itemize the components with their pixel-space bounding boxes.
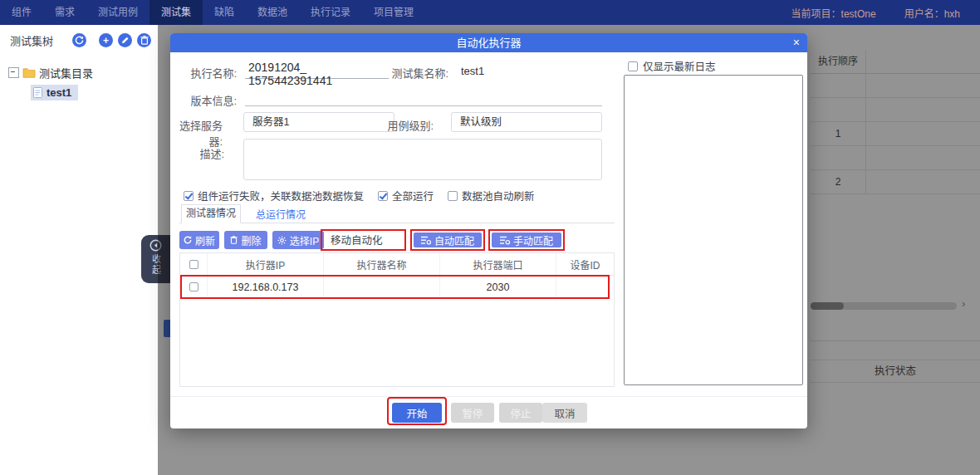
cancel-button[interactable]: 取消 [542, 403, 587, 423]
executor-row[interactable]: 192.168.0.173 2030 [180, 276, 614, 298]
executor-table: 执行器IP 执行器名称 执行器端口 设备ID 192.168.0.173 203… [179, 252, 615, 387]
tree-node-label: test1 [47, 86, 71, 99]
column-header: 设备ID [556, 253, 614, 275]
match-settings-icon [421, 236, 431, 245]
checkbox-unchecked-icon[interactable] [628, 61, 638, 71]
version-label: 版本信息: [177, 92, 237, 108]
checkbox-label: 全部运行 [392, 188, 434, 203]
nav-item-testsets[interactable]: 测试集 [149, 0, 203, 25]
dialog-header: 自动化执行器 × [170, 33, 807, 52]
testset-name-label: 测试集名称: [382, 65, 448, 81]
plus-icon: + [103, 36, 109, 46]
add-node-button[interactable]: + [99, 33, 113, 47]
checkbox-unchecked-icon[interactable] [448, 191, 458, 201]
tree-node-label: 测试集目录 [39, 65, 93, 81]
annotation-box-auto-match: 自动匹配 [410, 229, 485, 251]
automation-mode-select[interactable]: 移动自动化 [324, 233, 403, 247]
datapool-recover-checkbox[interactable]: 组件运行失败，关联数据池数据恢复 [184, 188, 364, 203]
description-label: 描述: [183, 145, 224, 161]
button-label: 手动匹配 [513, 233, 553, 247]
testset-name-value: test1 [461, 65, 484, 77]
tab-executor-status[interactable]: 测试器情况 [181, 204, 241, 223]
pause-button[interactable]: 暂停 [451, 403, 494, 423]
delete-button[interactable]: 删除 [224, 231, 267, 249]
column-header: 执行器端口 [439, 253, 556, 275]
checkbox-label: 仅显示最新日志 [643, 58, 716, 74]
server-select[interactable]: 服务器1 [243, 112, 394, 132]
collapse-node-icon[interactable] [8, 67, 19, 78]
version-input[interactable] [245, 88, 602, 106]
annotation-box-manual-match: 手动匹配 [488, 229, 565, 251]
checkbox-checked-icon[interactable] [184, 191, 194, 201]
column-header: 执行器IP [207, 253, 323, 275]
match-settings-icon [500, 236, 510, 245]
run-all-checkbox[interactable]: 全部运行 [378, 188, 434, 203]
executor-ip-cell: 192.168.0.173 [207, 276, 323, 298]
trash-icon [140, 36, 149, 45]
log-output-textarea[interactable] [624, 75, 803, 385]
executor-port-cell: 2030 [439, 276, 556, 298]
description-textarea[interactable] [243, 139, 602, 180]
gear-icon [277, 236, 287, 245]
executor-tabs: 测试器情况 总运行情况 [179, 203, 615, 223]
button-label: 删除 [241, 233, 261, 247]
stop-button[interactable]: 停止 [499, 403, 542, 423]
nav-item-testcases[interactable]: 测试用例 [86, 0, 149, 25]
tree-node-root[interactable]: 测试集目录 [8, 65, 151, 81]
exec-name-label: 执行名称: [177, 65, 237, 81]
auto-match-button[interactable]: 自动匹配 [414, 233, 482, 247]
folder-icon [22, 67, 36, 78]
button-label: 自动匹配 [434, 233, 474, 247]
nav-item-exec-records[interactable]: 执行记录 [299, 0, 362, 25]
exec-name-input[interactable]: 20191204_ 1575442391441 [245, 61, 389, 79]
start-button[interactable]: 开始 [392, 403, 442, 423]
testset-tree-sidebar: 测试集树 + 测试集目录 test1 [0, 25, 158, 475]
nav-item-defects[interactable]: 缺陷 [203, 0, 246, 25]
executor-name-cell [323, 276, 439, 298]
tree-node-test1[interactable]: test1 [31, 85, 78, 100]
refresh-icon [184, 236, 192, 244]
username-label: 用户名：hxh [904, 6, 960, 20]
case-level-label: 用例级别: [382, 117, 434, 133]
edit-node-button[interactable] [118, 33, 132, 47]
annotation-box-mode-select: 移动自动化 [321, 229, 406, 251]
refresh-button[interactable]: 刷新 [179, 231, 219, 249]
tab-overall-run-status[interactable]: 总运行情况 [256, 207, 306, 221]
server-label: 选择服务器: [170, 117, 223, 149]
checkbox-label: 数据池自动刷新 [462, 188, 535, 203]
testset-tree: 测试集目录 test1 [0, 53, 158, 100]
nav-item-components[interactable]: 组件 [0, 0, 43, 25]
close-icon[interactable]: × [793, 33, 800, 52]
checkbox-label: 组件运行失败，关联数据池数据恢复 [198, 188, 364, 203]
file-icon [33, 87, 42, 98]
case-level-select[interactable]: 默认级别 [451, 112, 602, 132]
manual-match-button[interactable]: 手动匹配 [492, 233, 561, 247]
column-header: 执行器名称 [323, 253, 439, 275]
checkbox-checked-icon[interactable] [378, 191, 388, 201]
only-latest-log-option[interactable]: 仅显示最新日志 [628, 58, 716, 74]
trash-icon [230, 236, 238, 244]
executor-table-header: 执行器IP 执行器名称 执行器端口 设备ID [180, 253, 614, 276]
nav-item-project-mgmt[interactable]: 项目管理 [362, 0, 425, 25]
automation-executor-dialog: 自动化执行器 × 执行名称: 20191204_ 1575442391441 测… [170, 33, 807, 428]
footer-divider [170, 396, 807, 397]
edit-icon [121, 37, 129, 44]
datapool-autorefresh-checkbox[interactable]: 数据池自动刷新 [448, 188, 535, 203]
executor-toolbar: 刷新 删除 选择IP 移动自动化 自动匹配 手动匹配 [179, 229, 615, 251]
delete-node-button[interactable] [137, 33, 151, 47]
top-navbar: 组件 需求 测试用例 测试集 缺陷 数据池 执行记录 项目管理 当前项目：tes… [0, 0, 980, 25]
nav-item-datapool[interactable]: 数据池 [246, 0, 299, 25]
select-all-checkbox[interactable] [189, 260, 198, 269]
dialog-title: 自动化执行器 [170, 33, 807, 52]
row-checkbox[interactable] [189, 282, 198, 291]
refresh-icon [75, 36, 84, 45]
device-id-cell [556, 276, 614, 298]
run-options: 组件运行失败，关联数据池数据恢复 全部运行 数据池自动刷新 [184, 188, 535, 203]
current-project-label: 当前项目：testOne [791, 6, 876, 20]
button-label: 选择IP [290, 233, 319, 247]
nav-item-requirements[interactable]: 需求 [43, 0, 86, 25]
refresh-tree-button[interactable] [72, 33, 86, 47]
button-label: 刷新 [195, 233, 215, 247]
select-ip-button[interactable]: 选择IP [272, 231, 324, 249]
sidebar-title: 测试集树 [10, 32, 53, 48]
